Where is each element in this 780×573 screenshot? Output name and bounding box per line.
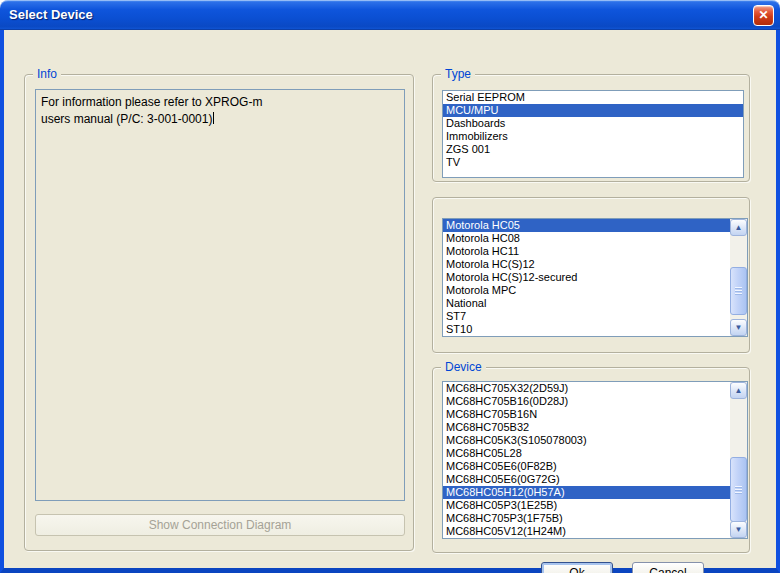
list-item[interactable]: ST7 (443, 310, 730, 323)
list-item[interactable]: MC68HC705B16(0D28J) (443, 395, 730, 408)
select-device-dialog: Select Device ✕ Info For information ple… (0, 0, 780, 573)
list-item[interactable]: MC68HC05P3(1E25B) (443, 499, 730, 512)
cancel-button-label: Cancel (633, 563, 703, 573)
list-item[interactable]: TV (443, 156, 743, 169)
list-item[interactable]: MC68HC705B32 (443, 421, 730, 434)
list-item[interactable]: Immobilizers (443, 130, 743, 143)
titlebar[interactable]: Select Device ✕ (0, 0, 780, 30)
scroll-down-icon[interactable]: ▼ (730, 319, 747, 336)
info-group: Info For information please refer to XPR… (24, 74, 414, 551)
info-text-line2: users manual (P/C: 3-001-0001) (41, 112, 212, 126)
list-item[interactable]: MC68HC05K3(S105078003) (443, 434, 730, 447)
scrollbar-thumb[interactable] (730, 267, 747, 315)
list-item[interactable]: ZGS 001 (443, 143, 743, 156)
info-group-label: Info (33, 67, 61, 82)
ok-button-label: Ok (542, 563, 612, 573)
list-item[interactable]: Serial EEPROM (443, 91, 743, 104)
family-listbox[interactable]: Motorola HC05Motorola HC08Motorola HC11M… (442, 218, 748, 337)
cancel-button[interactable]: Cancel (632, 562, 704, 573)
scroll-down-icon[interactable]: ▼ (730, 521, 747, 538)
list-item[interactable]: MC68HC705B16N (443, 408, 730, 421)
list-item[interactable]: MC68HC05E6(0G72G) (443, 473, 730, 486)
device-listbox[interactable]: MC68HC705X32(2D59J)MC68HC705B16(0D28J)MC… (442, 381, 748, 539)
ok-button[interactable]: Ok (541, 562, 613, 573)
list-item[interactable]: Motorola HC08 (443, 232, 730, 245)
list-item[interactable]: MC68HC705P3(1F75B) (443, 512, 730, 525)
list-item[interactable]: MC68HC05L28 (443, 447, 730, 460)
type-list-rows: Serial EEPROMMCU/MPUDashboardsImmobilize… (443, 91, 743, 177)
family-list-rows: Motorola HC05Motorola HC08Motorola HC11M… (443, 219, 730, 336)
info-text-line1: For information please refer to XPROG-m (41, 95, 262, 109)
list-item[interactable]: National (443, 297, 730, 310)
type-listbox[interactable]: Serial EEPROMMCU/MPUDashboardsImmobilize… (442, 90, 744, 178)
scrollbar-thumb[interactable] (730, 457, 747, 522)
list-item[interactable]: Motorola HC(S)12-secured (443, 271, 730, 284)
text-caret (213, 112, 214, 124)
list-item[interactable]: Motorola HC11 (443, 245, 730, 258)
list-item[interactable]: MC68HC05H12(0H57A) (443, 486, 730, 499)
scroll-up-icon[interactable]: ▲ (730, 382, 747, 399)
info-text-area[interactable]: For information please refer to XPROG-m … (35, 89, 405, 501)
show-connection-diagram-button[interactable]: Show Connection Diagram (35, 514, 405, 536)
close-icon[interactable]: ✕ (753, 5, 774, 26)
family-group: Motorola HC05Motorola HC08Motorola HC11M… (432, 197, 750, 353)
list-item[interactable]: MC68HC05E6(0F82B) (443, 460, 730, 473)
list-item[interactable]: Dashboards (443, 117, 743, 130)
list-item[interactable]: Motorola HC05 (443, 219, 730, 232)
dialog-body: Info For information please refer to XPR… (0, 30, 780, 573)
list-item[interactable]: MCU/MPU (443, 104, 743, 117)
device-group-label: Device (441, 360, 486, 375)
scroll-up-icon[interactable]: ▲ (730, 219, 747, 236)
family-scrollbar[interactable]: ▲ ▼ (730, 219, 747, 336)
list-item[interactable]: ST10 (443, 323, 730, 336)
window-title: Select Device (9, 0, 93, 30)
device-list-rows: MC68HC705X32(2D59J)MC68HC705B16(0D28J)MC… (443, 382, 730, 538)
list-item[interactable]: Motorola HC(S)12 (443, 258, 730, 271)
list-item[interactable]: Motorola MPC (443, 284, 730, 297)
list-item[interactable]: MC68HC705X32(2D59J) (443, 382, 730, 395)
device-scrollbar[interactable]: ▲ ▼ (730, 382, 747, 538)
type-group-label: Type (441, 67, 475, 82)
list-item[interactable]: MC68HC05V12(1H24M) (443, 525, 730, 538)
type-group: Type Serial EEPROMMCU/MPUDashboardsImmob… (432, 74, 750, 182)
device-group: Device MC68HC705X32(2D59J)MC68HC705B16(0… (432, 367, 750, 553)
